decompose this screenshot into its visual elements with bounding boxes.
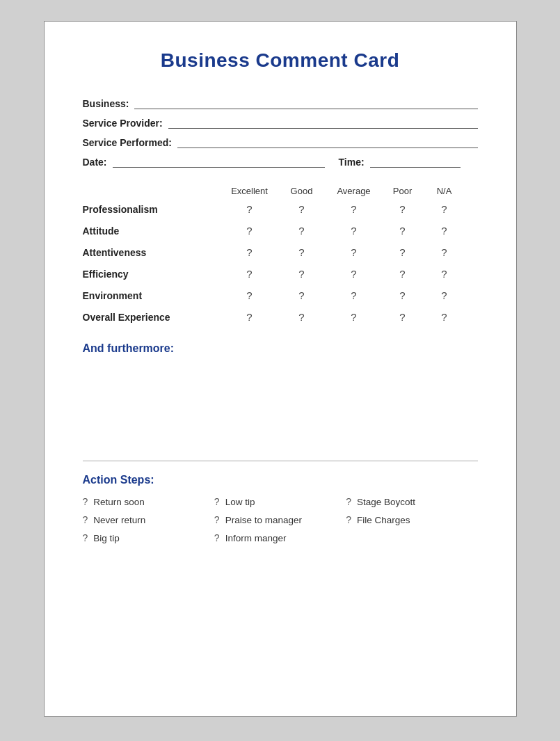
efficiency-good[interactable]: ? — [278, 268, 326, 280]
ratings-row-attentiveness: Attentiveness ? ? ? ? ? — [83, 246, 478, 258]
attentiveness-na[interactable]: ? — [424, 246, 465, 258]
col-label-good: Good — [278, 186, 326, 196]
col-label-excellent: Excellent — [222, 186, 278, 196]
section-divider — [83, 461, 478, 461]
action-item-big-tip: ? Big tip — [83, 532, 214, 543]
low-tip-label: Low tip — [225, 497, 255, 507]
action-item-stage-boycott: ? Stage Boycott — [346, 496, 477, 507]
stage-boycott-label: Stage Boycott — [357, 497, 415, 507]
time-input-line[interactable] — [370, 155, 461, 168]
business-input-line[interactable] — [134, 97, 477, 109]
row-label-environment: Environment — [83, 290, 222, 301]
row-label-professionalism: Professionalism — [83, 204, 222, 215]
furthermore-section: And furthermore: — [83, 342, 478, 448]
action-item-empty — [346, 532, 477, 543]
action-item-low-tip: ? Low tip — [214, 496, 346, 507]
date-label: Date: — [83, 157, 107, 168]
environment-na[interactable]: ? — [424, 289, 465, 301]
professionalism-average[interactable]: ? — [326, 203, 382, 215]
professionalism-na[interactable]: ? — [424, 203, 465, 215]
environment-good[interactable]: ? — [278, 289, 326, 301]
stage-boycott-checkbox[interactable]: ? — [346, 496, 351, 507]
overall-excellent[interactable]: ? — [222, 311, 278, 323]
environment-poor[interactable]: ? — [382, 289, 424, 301]
attitude-good[interactable]: ? — [278, 225, 326, 237]
attentiveness-poor[interactable]: ? — [382, 246, 424, 258]
service-provider-label: Service Provider: — [83, 118, 163, 129]
return-soon-checkbox[interactable]: ? — [83, 496, 88, 507]
efficiency-average[interactable]: ? — [326, 268, 382, 280]
service-performed-field-row: Service Performed: — [83, 136, 478, 148]
overall-na[interactable]: ? — [424, 311, 465, 323]
professionalism-good[interactable]: ? — [278, 203, 326, 215]
col-label-average: Average — [326, 186, 382, 196]
environment-excellent[interactable]: ? — [222, 289, 278, 301]
low-tip-checkbox[interactable]: ? — [214, 496, 220, 507]
action-item-never-return: ? Never return — [83, 514, 214, 525]
professionalism-poor[interactable]: ? — [382, 203, 424, 215]
action-steps-title: Action Steps: — [83, 474, 478, 486]
praise-manager-checkbox[interactable]: ? — [214, 514, 220, 525]
attentiveness-average[interactable]: ? — [326, 246, 382, 258]
overall-poor[interactable]: ? — [382, 311, 424, 323]
row-label-attentiveness: Attentiveness — [83, 247, 222, 258]
never-return-label: Never return — [93, 515, 145, 525]
comments-textarea[interactable] — [83, 362, 478, 445]
card-title: Business Comment Card — [83, 49, 478, 72]
efficiency-poor[interactable]: ? — [382, 268, 424, 280]
furthermore-title: And furthermore: — [83, 342, 478, 355]
attitude-na[interactable]: ? — [424, 225, 465, 237]
action-item-return-soon: ? Return soon — [83, 496, 214, 507]
file-charges-checkbox[interactable]: ? — [346, 514, 351, 525]
col-label-empty — [83, 186, 222, 196]
action-item-praise-manager: ? Praise to manager — [214, 514, 346, 525]
attentiveness-excellent[interactable]: ? — [222, 246, 278, 258]
action-steps-grid: ? Return soon ? Low tip ? Stage Boycott … — [83, 496, 478, 543]
return-soon-label: Return soon — [93, 497, 145, 507]
date-group: Date: — [83, 155, 325, 168]
time-label: Time: — [339, 157, 365, 168]
inform-manager-label: Inform manger — [225, 533, 287, 543]
attitude-poor[interactable]: ? — [382, 225, 424, 237]
overall-good[interactable]: ? — [278, 311, 326, 323]
professionalism-excellent[interactable]: ? — [222, 203, 278, 215]
overall-average[interactable]: ? — [326, 311, 382, 323]
service-performed-input-line[interactable] — [177, 136, 478, 148]
ratings-row-overall: Overall Experience ? ? ? ? ? — [83, 311, 478, 323]
big-tip-checkbox[interactable]: ? — [83, 532, 88, 543]
efficiency-na[interactable]: ? — [424, 268, 465, 280]
ratings-section: Excellent Good Average Poor N/A Professi… — [83, 186, 478, 323]
date-time-row: Date: Time: — [83, 155, 478, 168]
date-input-line[interactable] — [113, 155, 325, 168]
service-provider-input-line[interactable] — [168, 116, 478, 129]
business-field-row: Business: — [83, 97, 478, 109]
environment-average[interactable]: ? — [326, 289, 382, 301]
service-performed-label: Service Performed: — [83, 137, 172, 148]
ratings-row-efficiency: Efficiency ? ? ? ? ? — [83, 268, 478, 280]
action-item-file-charges: ? File Charges — [346, 514, 477, 525]
action-item-inform-manager: ? Inform manger — [214, 532, 346, 543]
praise-manager-label: Praise to manager — [225, 515, 302, 525]
ratings-row-attitude: Attitude ? ? ? ? ? — [83, 225, 478, 237]
efficiency-excellent[interactable]: ? — [222, 268, 278, 280]
action-steps-section: Action Steps: ? Return soon ? Low tip ? … — [83, 474, 478, 543]
row-label-efficiency: Efficiency — [83, 269, 222, 280]
comment-card: Business Comment Card Business: Service … — [44, 21, 517, 717]
ratings-row-professionalism: Professionalism ? ? ? ? ? — [83, 203, 478, 215]
col-label-poor: Poor — [382, 186, 424, 196]
attentiveness-good[interactable]: ? — [278, 246, 326, 258]
file-charges-label: File Charges — [357, 515, 410, 525]
big-tip-label: Big tip — [93, 533, 120, 543]
never-return-checkbox[interactable]: ? — [83, 514, 88, 525]
service-provider-field-row: Service Provider: — [83, 116, 478, 129]
row-label-overall: Overall Experience — [83, 312, 222, 323]
ratings-row-environment: Environment ? ? ? ? ? — [83, 289, 478, 301]
time-group: Time: — [339, 155, 478, 168]
inform-manager-checkbox[interactable]: ? — [214, 532, 220, 543]
row-label-attitude: Attitude — [83, 225, 222, 237]
ratings-header: Excellent Good Average Poor N/A — [83, 186, 478, 196]
attitude-excellent[interactable]: ? — [222, 225, 278, 237]
col-label-na: N/A — [424, 186, 465, 196]
attitude-average[interactable]: ? — [326, 225, 382, 237]
business-label: Business: — [83, 98, 129, 109]
